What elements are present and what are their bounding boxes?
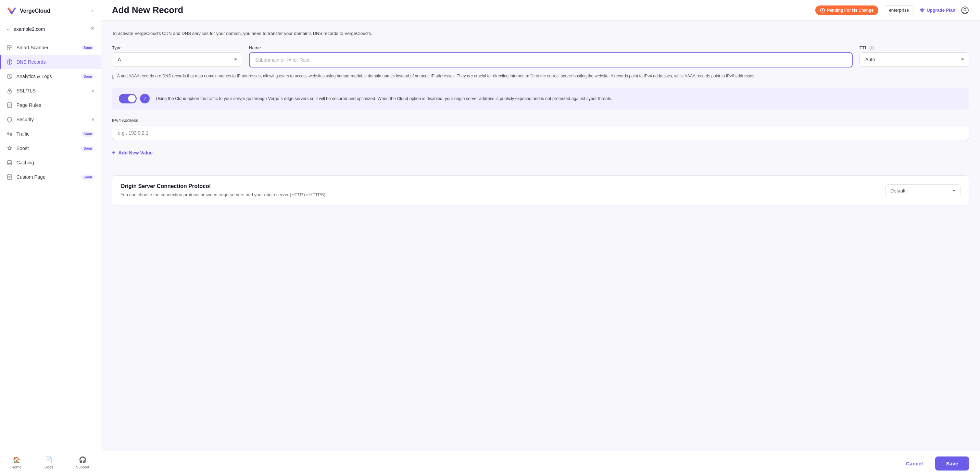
top-bar: Add New Record Pending For Ns Change ent…	[101, 0, 980, 21]
svg-point-10	[10, 133, 12, 135]
vergecloud-logo-icon	[6, 5, 17, 16]
domain-expand-button[interactable]: ⇱	[91, 27, 94, 32]
type-field-group: Type A	[112, 45, 242, 67]
soon-badge: Soon	[81, 74, 94, 79]
footer-item-docs[interactable]: 📄 Docs	[39, 454, 59, 472]
soon-badge: Soon	[81, 45, 94, 50]
cloud-toggle-switch[interactable]	[119, 94, 137, 103]
enterprise-badge: enterprise	[884, 5, 914, 15]
protocol-select-wrapper: Default	[885, 184, 961, 197]
ipv4-section: IPv4 Address	[112, 118, 969, 140]
caching-icon	[6, 159, 13, 166]
sidebar-item-traffic[interactable]: Traffic Soon	[0, 127, 101, 141]
section-divider	[112, 167, 969, 167]
protocol-select[interactable]: Default	[885, 184, 961, 197]
sidebar-header: VergeCloud ‹	[0, 0, 101, 22]
chevron-down-icon: ∨	[91, 117, 94, 122]
user-profile-button[interactable]	[961, 6, 969, 14]
footer-home-label: Home	[12, 465, 22, 469]
svg-point-17	[964, 8, 966, 10]
upgrade-plan-button[interactable]: Upgrade Plan	[920, 8, 955, 13]
svg-point-7	[9, 91, 10, 92]
chevron-down-icon: ∨	[91, 88, 94, 93]
sidebar-item-ssl-tls[interactable]: SSL/TLS ∨	[0, 84, 101, 98]
protocol-section: Origin Server Connection Protocol You ca…	[112, 175, 969, 206]
ttl-field-group: TTL Auto	[859, 45, 969, 67]
name-field-group: Name	[249, 45, 853, 67]
custom-page-icon	[6, 174, 13, 180]
soon-badge: Soon	[81, 146, 94, 151]
docs-icon: 📄	[45, 456, 52, 464]
sidebar-item-caching[interactable]: Caching	[0, 156, 101, 170]
cloud-toggle-section: ✓ Using the Cloud option the traffic to …	[112, 88, 969, 110]
sidebar-item-label: DNS Records	[16, 59, 94, 65]
toggle-area: ✓	[119, 94, 150, 103]
sidebar-item-label: Page Rules	[16, 102, 94, 108]
cloud-check-icon: ✓	[140, 94, 150, 103]
footer-item-home[interactable]: 🏠 Home	[6, 454, 27, 472]
sidebar-item-label: Smart Scanner	[16, 45, 78, 50]
ipv4-input[interactable]	[112, 126, 969, 140]
home-icon: 🏠	[13, 456, 20, 464]
pending-icon	[820, 8, 825, 13]
save-button[interactable]: Save	[935, 457, 969, 471]
security-icon	[6, 116, 13, 123]
sidebar-item-page-rules[interactable]: Page Rules	[0, 98, 101, 112]
sidebar-item-analytics-logs[interactable]: Analytics & Logs Soon	[0, 69, 101, 84]
soon-badge: Soon	[81, 132, 94, 137]
protocol-desc: You can choose the connection protocol b…	[121, 191, 872, 198]
sidebar-item-label: Security	[16, 117, 88, 122]
sidebar-item-label: SSL/TLS	[16, 88, 88, 94]
app-name: VergeCloud	[20, 8, 50, 14]
logo-area: VergeCloud	[6, 5, 50, 16]
page-rules-icon	[6, 102, 13, 108]
add-new-value-button[interactable]: + Add New Value	[112, 147, 153, 159]
sidebar-item-label: Custom Page	[16, 174, 78, 180]
type-label: Type	[112, 45, 242, 50]
sidebar-footer: 🏠 Home 📄 Docs 🎧 Support	[0, 449, 101, 476]
ttl-info-icon	[869, 46, 874, 50]
sidebar-item-boost[interactable]: Boost Soon	[0, 141, 101, 156]
domain-back-button[interactable]: ←	[6, 26, 11, 32]
svg-point-13	[8, 161, 12, 162]
ttl-label: TTL	[859, 45, 969, 50]
ssl-tls-icon	[6, 88, 13, 94]
sidebar-item-label: Boost	[16, 145, 78, 151]
smart-scanner-icon	[6, 44, 13, 51]
user-icon	[961, 6, 969, 14]
form-area: To activate VergeCloud's CDN and DNS ser…	[101, 21, 980, 451]
sidebar-item-custom-page[interactable]: Custom Page Soon	[0, 170, 101, 184]
dns-note-text: A and AAAA records are DNS records that …	[117, 73, 756, 81]
domain-selector: ← example2.com ⇱	[0, 22, 101, 36]
top-bar-right: Pending For Ns Change enterprise Upgrade…	[815, 5, 969, 15]
main-content: Add New Record Pending For Ns Change ent…	[101, 0, 980, 476]
svg-point-11	[8, 132, 9, 133]
footer-support-label: Support	[76, 465, 89, 469]
sidebar-item-label: Analytics & Logs	[16, 74, 78, 79]
ipv4-label: IPv4 Address	[112, 118, 969, 123]
analytics-icon	[6, 73, 13, 80]
svg-rect-1	[10, 45, 12, 47]
sidebar-collapse-button[interactable]: ‹	[90, 6, 94, 15]
svg-rect-2	[7, 48, 9, 50]
sidebar-item-security[interactable]: Security ∨	[0, 112, 101, 127]
pending-badge: Pending For Ns Change	[815, 5, 878, 15]
cancel-button[interactable]: Cancel	[899, 457, 930, 471]
dns-records-icon	[6, 59, 13, 65]
protocol-info: Origin Server Connection Protocol You ca…	[121, 183, 872, 198]
protocol-title: Origin Server Connection Protocol	[121, 183, 872, 189]
sidebar-item-smart-scanner[interactable]: Smart Scanner Soon	[0, 40, 101, 55]
info-text: To activate VergeCloud's CDN and DNS ser…	[112, 30, 969, 37]
soon-badge: Soon	[81, 175, 94, 180]
sidebar-item-dns-records[interactable]: DNS Records	[0, 55, 101, 69]
form-footer: Cancel Save	[101, 451, 980, 476]
info-icon: ℹ	[112, 73, 114, 81]
name-input[interactable]	[249, 53, 853, 67]
name-label: Name	[249, 45, 853, 50]
svg-point-9	[8, 133, 9, 135]
ttl-select[interactable]: Auto	[859, 53, 969, 67]
footer-item-support[interactable]: 🎧 Support	[70, 454, 95, 472]
type-select[interactable]: A	[112, 53, 242, 67]
svg-rect-14	[8, 175, 12, 180]
sidebar-nav: Smart Scanner Soon DNS Records Analytics…	[0, 36, 101, 449]
